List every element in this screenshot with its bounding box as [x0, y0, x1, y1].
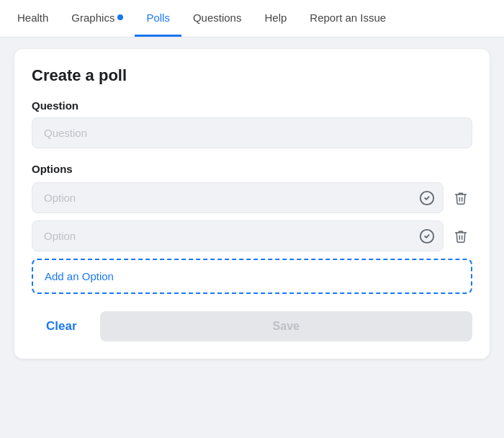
option-row-2 [32, 220, 472, 251]
nav-item-report-label: Report an Issue [310, 12, 386, 24]
question-label: Question [32, 99, 472, 112]
save-button[interactable]: Save [100, 311, 472, 341]
nav-item-questions-label: Questions [193, 12, 242, 24]
option-2-wrapper [32, 220, 444, 251]
option-2-input[interactable] [32, 220, 444, 251]
nav-item-health[interactable]: Health [6, 0, 60, 37]
options-label: Options [32, 163, 472, 175]
nav-item-graphics-label: Graphics [71, 12, 114, 24]
add-option-button[interactable]: Add an Option [32, 259, 472, 294]
nav-item-report[interactable]: Report an Issue [298, 0, 397, 37]
option-1-check-icon [419, 190, 435, 206]
graphics-dot [117, 14, 123, 20]
clear-button[interactable]: Clear [32, 312, 91, 341]
nav-item-health-label: Health [17, 12, 48, 24]
nav-item-help-label: Help [264, 12, 287, 24]
nav-item-help[interactable]: Help [253, 0, 298, 37]
nav-bar: Health Graphics Polls Questions Help Rep… [0, 0, 504, 37]
option-1-input[interactable] [32, 182, 444, 213]
option-row-1 [32, 182, 472, 213]
question-input[interactable] [32, 117, 472, 148]
option-2-delete-button[interactable] [449, 225, 472, 248]
option-1-wrapper [32, 182, 444, 213]
main-content: Create a poll Question Options [0, 37, 504, 370]
option-1-delete-button[interactable] [449, 187, 472, 210]
nav-item-polls[interactable]: Polls [135, 0, 181, 37]
nav-item-graphics[interactable]: Graphics [60, 0, 135, 37]
option-2-check-icon [419, 228, 435, 244]
nav-item-questions[interactable]: Questions [181, 0, 253, 37]
create-poll-card: Create a poll Question Options [14, 49, 490, 359]
nav-item-polls-label: Polls [146, 12, 170, 24]
action-row: Clear Save [32, 311, 472, 341]
card-title: Create a poll [32, 66, 472, 85]
